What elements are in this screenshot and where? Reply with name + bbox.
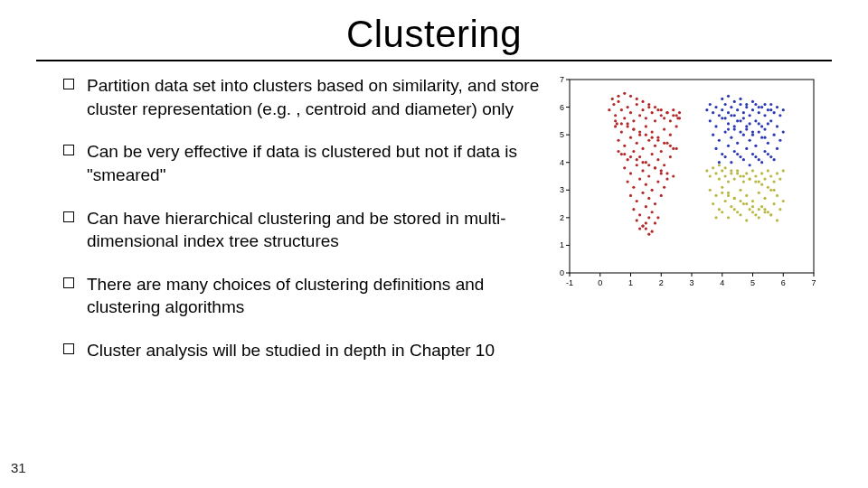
svg-point-123: [651, 230, 654, 233]
svg-point-306: [778, 208, 781, 211]
svg-point-106: [629, 194, 632, 197]
svg-text:2: 2: [560, 213, 564, 222]
svg-point-213: [727, 145, 730, 147]
svg-text:5: 5: [750, 278, 755, 287]
svg-point-85: [638, 155, 641, 158]
svg-point-245: [749, 122, 751, 125]
svg-point-101: [638, 177, 641, 180]
svg-point-109: [647, 197, 650, 200]
svg-point-223: [724, 155, 727, 158]
list-text: Cluster analysis will be studied in dept…: [87, 339, 495, 362]
svg-point-279: [776, 172, 778, 174]
svg-point-242: [730, 114, 732, 117]
svg-point-275: [763, 177, 766, 180]
svg-point-155: [647, 164, 650, 166]
svg-point-218: [758, 158, 760, 161]
svg-point-160: [705, 108, 708, 111]
svg-point-99: [627, 181, 629, 183]
svg-point-285: [727, 192, 730, 194]
svg-point-40: [620, 108, 623, 111]
svg-point-46: [638, 114, 641, 117]
svg-point-193: [751, 130, 754, 133]
svg-point-240: [769, 108, 772, 111]
svg-point-154: [641, 161, 644, 164]
svg-point-205: [749, 139, 751, 142]
svg-point-271: [751, 169, 754, 172]
bullet-icon: [63, 79, 74, 89]
svg-point-280: [778, 177, 781, 180]
svg-point-95: [647, 174, 650, 177]
svg-point-282: [709, 189, 712, 192]
svg-point-175: [751, 108, 754, 111]
svg-point-142: [632, 127, 635, 130]
svg-point-307: [714, 216, 717, 219]
svg-text:0: 0: [560, 268, 564, 277]
svg-point-273: [758, 181, 760, 183]
svg-point-300: [742, 202, 745, 205]
svg-point-244: [742, 117, 745, 119]
svg-point-82: [620, 153, 623, 155]
svg-point-35: [608, 108, 610, 111]
svg-point-214: [733, 150, 736, 153]
svg-point-267: [739, 174, 741, 177]
svg-point-44: [632, 119, 635, 122]
svg-point-219: [763, 150, 766, 153]
svg-point-90: [669, 155, 672, 158]
svg-point-48: [645, 117, 647, 119]
svg-point-314: [758, 216, 760, 219]
svg-point-156: [654, 166, 656, 169]
svg-point-215: [739, 155, 741, 158]
svg-point-319: [724, 166, 727, 169]
svg-point-264: [730, 172, 732, 174]
svg-point-173: [745, 106, 748, 108]
svg-point-164: [718, 114, 721, 117]
svg-point-141: [627, 125, 629, 127]
svg-point-305: [773, 202, 776, 205]
svg-point-228: [754, 155, 757, 158]
svg-point-323: [749, 177, 751, 180]
svg-point-237: [751, 100, 754, 103]
svg-point-116: [656, 216, 659, 219]
svg-point-330: [733, 197, 736, 200]
svg-point-238: [758, 106, 760, 108]
svg-point-163: [714, 106, 717, 108]
svg-point-322: [742, 174, 745, 177]
svg-point-249: [727, 127, 730, 130]
svg-point-178: [760, 106, 763, 108]
svg-point-162: [712, 111, 714, 114]
svg-point-188: [721, 117, 723, 119]
svg-point-263: [727, 181, 730, 183]
svg-point-276: [767, 169, 769, 172]
svg-point-317: [776, 219, 778, 221]
svg-point-225: [736, 153, 739, 155]
svg-point-167: [727, 111, 730, 114]
svg-point-221: [776, 147, 778, 150]
svg-point-121: [638, 227, 641, 230]
svg-point-172: [742, 111, 745, 114]
svg-point-61: [614, 125, 617, 127]
svg-point-332: [745, 202, 748, 205]
svg-point-69: [663, 127, 665, 130]
svg-point-128: [617, 95, 619, 98]
svg-point-200: [718, 139, 721, 142]
svg-point-165: [721, 108, 723, 111]
svg-point-243: [736, 119, 739, 122]
svg-point-260: [718, 177, 721, 180]
svg-point-182: [773, 111, 776, 114]
svg-point-187: [714, 125, 717, 127]
svg-point-327: [773, 189, 776, 192]
svg-point-252: [745, 127, 748, 130]
svg-point-148: [669, 145, 672, 147]
svg-point-310: [733, 208, 736, 211]
svg-point-81: [672, 147, 675, 150]
svg-point-318: [718, 164, 721, 166]
svg-point-232: [721, 98, 723, 100]
svg-point-91: [623, 166, 626, 169]
svg-text:1: 1: [628, 278, 633, 287]
svg-point-124: [641, 224, 644, 227]
svg-point-206: [754, 145, 757, 147]
svg-point-130: [629, 95, 632, 98]
svg-point-284: [721, 186, 723, 189]
svg-point-66: [645, 125, 647, 127]
svg-point-98: [665, 177, 668, 180]
